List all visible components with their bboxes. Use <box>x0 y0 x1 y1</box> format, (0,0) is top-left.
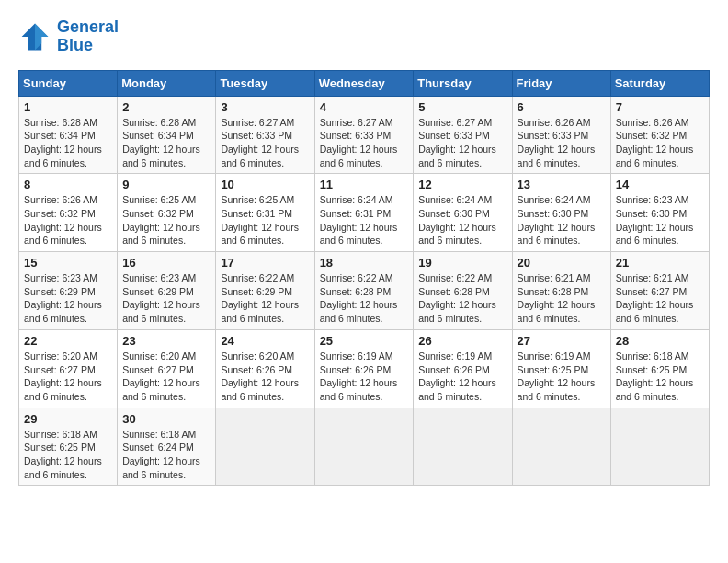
calendar-week-5: 29Sunrise: 6:18 AMSunset: 6:25 PMDayligh… <box>19 408 710 486</box>
day-number: 24 <box>221 334 309 348</box>
day-info: Sunrise: 6:18 AMSunset: 6:25 PMDaylight:… <box>24 428 112 482</box>
calendar-day-20: 20Sunrise: 6:21 AMSunset: 6:28 PMDayligh… <box>512 252 610 330</box>
day-number: 29 <box>24 412 112 426</box>
header-friday: Friday <box>512 70 610 96</box>
calendar-day-3: 3Sunrise: 6:27 AMSunset: 6:33 PMDaylight… <box>216 96 314 174</box>
calendar-day-26: 26Sunrise: 6:19 AMSunset: 6:26 PMDayligh… <box>414 329 512 408</box>
day-number: 22 <box>24 334 112 348</box>
calendar-header-row: SundayMondayTuesdayWednesdayThursdayFrid… <box>19 70 710 96</box>
day-info: Sunrise: 6:25 AMSunset: 6:31 PMDaylight:… <box>221 193 309 247</box>
calendar-day-10: 10Sunrise: 6:25 AMSunset: 6:31 PMDayligh… <box>216 174 314 252</box>
header-sunday: Sunday <box>19 70 118 96</box>
day-number: 12 <box>418 178 506 191</box>
calendar-day-4: 4Sunrise: 6:27 AMSunset: 6:33 PMDaylight… <box>314 96 414 174</box>
calendar-day-16: 16Sunrise: 6:23 AMSunset: 6:29 PMDayligh… <box>118 252 216 330</box>
day-info: Sunrise: 6:26 AMSunset: 6:32 PMDaylight:… <box>616 116 704 170</box>
logo-text: General Blue <box>57 18 119 55</box>
calendar-day-29: 29Sunrise: 6:18 AMSunset: 6:25 PMDayligh… <box>19 408 118 486</box>
day-number: 28 <box>616 334 704 348</box>
day-number: 23 <box>122 334 210 348</box>
calendar-empty <box>512 408 610 486</box>
day-number: 16 <box>122 256 210 270</box>
day-number: 21 <box>616 256 704 270</box>
calendar-day-7: 7Sunrise: 6:26 AMSunset: 6:32 PMDaylight… <box>610 96 709 174</box>
day-info: Sunrise: 6:22 AMSunset: 6:28 PMDaylight:… <box>320 271 409 326</box>
calendar-day-28: 28Sunrise: 6:18 AMSunset: 6:25 PMDayligh… <box>610 329 709 408</box>
day-info: Sunrise: 6:20 AMSunset: 6:27 PMDaylight:… <box>24 350 112 404</box>
calendar-day-27: 27Sunrise: 6:19 AMSunset: 6:25 PMDayligh… <box>512 329 610 408</box>
calendar-day-22: 22Sunrise: 6:20 AMSunset: 6:27 PMDayligh… <box>19 329 118 408</box>
day-info: Sunrise: 6:26 AMSunset: 6:33 PMDaylight:… <box>518 116 606 170</box>
calendar-day-14: 14Sunrise: 6:23 AMSunset: 6:30 PMDayligh… <box>610 174 709 252</box>
calendar-week-4: 22Sunrise: 6:20 AMSunset: 6:27 PMDayligh… <box>19 329 710 408</box>
day-number: 17 <box>221 256 309 270</box>
day-info: Sunrise: 6:20 AMSunset: 6:27 PMDaylight:… <box>122 350 210 404</box>
day-number: 14 <box>616 178 704 191</box>
calendar-day-2: 2Sunrise: 6:28 AMSunset: 6:34 PMDaylight… <box>118 96 216 174</box>
calendar-day-23: 23Sunrise: 6:20 AMSunset: 6:27 PMDayligh… <box>118 329 216 408</box>
header-tuesday: Tuesday <box>216 70 314 96</box>
day-info: Sunrise: 6:19 AMSunset: 6:26 PMDaylight:… <box>320 350 409 404</box>
calendar-empty <box>216 408 314 486</box>
calendar-day-25: 25Sunrise: 6:19 AMSunset: 6:26 PMDayligh… <box>314 329 414 408</box>
logo: General Blue <box>18 18 119 55</box>
day-info: Sunrise: 6:24 AMSunset: 6:30 PMDaylight:… <box>418 193 506 247</box>
calendar-day-18: 18Sunrise: 6:22 AMSunset: 6:28 PMDayligh… <box>314 252 414 330</box>
calendar-table: SundayMondayTuesdayWednesdayThursdayFrid… <box>18 70 710 487</box>
day-info: Sunrise: 6:28 AMSunset: 6:34 PMDaylight:… <box>122 116 210 170</box>
header-thursday: Thursday <box>414 70 512 96</box>
calendar-day-6: 6Sunrise: 6:26 AMSunset: 6:33 PMDaylight… <box>512 96 610 174</box>
day-number: 7 <box>616 100 704 114</box>
day-number: 11 <box>320 178 409 191</box>
calendar-day-9: 9Sunrise: 6:25 AMSunset: 6:32 PMDaylight… <box>118 174 216 252</box>
day-info: Sunrise: 6:26 AMSunset: 6:32 PMDaylight:… <box>24 193 112 247</box>
day-number: 4 <box>320 100 409 114</box>
day-info: Sunrise: 6:22 AMSunset: 6:28 PMDaylight:… <box>418 271 506 326</box>
calendar-week-1: 1Sunrise: 6:28 AMSunset: 6:34 PMDaylight… <box>19 96 710 174</box>
day-info: Sunrise: 6:27 AMSunset: 6:33 PMDaylight:… <box>320 116 409 170</box>
day-info: Sunrise: 6:23 AMSunset: 6:29 PMDaylight:… <box>24 271 112 326</box>
day-number: 2 <box>122 100 210 114</box>
day-info: Sunrise: 6:27 AMSunset: 6:33 PMDaylight:… <box>418 116 506 170</box>
calendar-week-3: 15Sunrise: 6:23 AMSunset: 6:29 PMDayligh… <box>19 252 710 330</box>
day-number: 10 <box>221 178 309 191</box>
day-info: Sunrise: 6:22 AMSunset: 6:29 PMDaylight:… <box>221 271 309 326</box>
day-info: Sunrise: 6:21 AMSunset: 6:27 PMDaylight:… <box>616 271 704 326</box>
day-number: 6 <box>518 100 606 114</box>
calendar-day-24: 24Sunrise: 6:20 AMSunset: 6:26 PMDayligh… <box>216 329 314 408</box>
calendar-empty <box>610 408 709 486</box>
calendar-day-17: 17Sunrise: 6:22 AMSunset: 6:29 PMDayligh… <box>216 252 314 330</box>
day-info: Sunrise: 6:23 AMSunset: 6:29 PMDaylight:… <box>122 271 210 326</box>
calendar-day-19: 19Sunrise: 6:22 AMSunset: 6:28 PMDayligh… <box>414 252 512 330</box>
calendar-day-12: 12Sunrise: 6:24 AMSunset: 6:30 PMDayligh… <box>414 174 512 252</box>
day-number: 13 <box>518 178 606 191</box>
day-number: 20 <box>518 256 606 270</box>
calendar-day-13: 13Sunrise: 6:24 AMSunset: 6:30 PMDayligh… <box>512 174 610 252</box>
logo-icon <box>18 20 51 53</box>
day-number: 5 <box>418 100 506 114</box>
calendar-day-1: 1Sunrise: 6:28 AMSunset: 6:34 PMDaylight… <box>19 96 118 174</box>
calendar-day-30: 30Sunrise: 6:18 AMSunset: 6:24 PMDayligh… <box>118 408 216 486</box>
day-number: 1 <box>24 100 112 114</box>
day-number: 27 <box>518 334 606 348</box>
day-info: Sunrise: 6:23 AMSunset: 6:30 PMDaylight:… <box>616 193 704 247</box>
day-number: 18 <box>320 256 409 270</box>
day-number: 9 <box>122 178 210 191</box>
day-info: Sunrise: 6:21 AMSunset: 6:28 PMDaylight:… <box>518 271 606 326</box>
day-info: Sunrise: 6:19 AMSunset: 6:25 PMDaylight:… <box>518 350 606 404</box>
calendar-day-11: 11Sunrise: 6:24 AMSunset: 6:31 PMDayligh… <box>314 174 414 252</box>
day-info: Sunrise: 6:28 AMSunset: 6:34 PMDaylight:… <box>24 116 112 170</box>
header-wednesday: Wednesday <box>314 70 414 96</box>
day-number: 19 <box>418 256 506 270</box>
day-info: Sunrise: 6:19 AMSunset: 6:26 PMDaylight:… <box>418 350 506 404</box>
calendar-day-21: 21Sunrise: 6:21 AMSunset: 6:27 PMDayligh… <box>610 252 709 330</box>
day-number: 8 <box>24 178 112 191</box>
calendar-empty <box>314 408 414 486</box>
day-info: Sunrise: 6:18 AMSunset: 6:24 PMDaylight:… <box>122 428 210 482</box>
calendar-day-8: 8Sunrise: 6:26 AMSunset: 6:32 PMDaylight… <box>19 174 118 252</box>
day-info: Sunrise: 6:25 AMSunset: 6:32 PMDaylight:… <box>122 193 210 247</box>
calendar-day-15: 15Sunrise: 6:23 AMSunset: 6:29 PMDayligh… <box>19 252 118 330</box>
day-info: Sunrise: 6:24 AMSunset: 6:30 PMDaylight:… <box>518 193 606 247</box>
header-monday: Monday <box>118 70 216 96</box>
day-number: 25 <box>320 334 409 348</box>
